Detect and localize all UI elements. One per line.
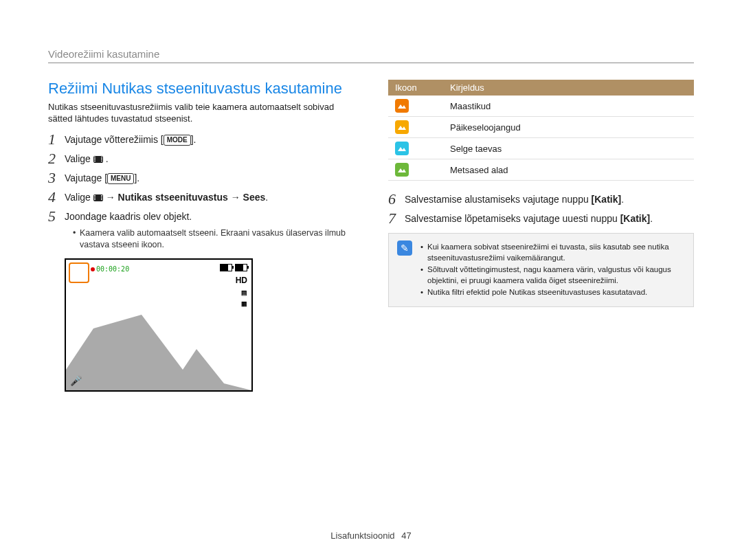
scene-label: Päikeseloojangud	[443, 117, 694, 138]
scene-label: Selge taevas	[443, 138, 694, 159]
step-body: Vajutage [MENU].	[65, 170, 139, 185]
step: 1Vajutage võtterežiimis [MODE].	[48, 132, 354, 147]
hd-label: HD	[236, 276, 247, 285]
step: 4Valige → Nutikas stseenituvastus → Sees…	[48, 190, 354, 205]
breadcrumb: Videorežiimi kasutamine	[48, 48, 694, 63]
step-number: 7	[388, 211, 405, 226]
step: 7Salvestamise lõpetamiseks vajutage uues…	[388, 211, 694, 226]
note-box: ✎ Kui kaamera sobivat stseenirežiimi ei …	[388, 233, 694, 307]
step-body: Valige .	[65, 151, 109, 166]
step-number: 4	[48, 190, 65, 205]
intro-text: Nutikas stseenituvastusrežiimis valib te…	[48, 102, 354, 125]
step: 2Valige .	[48, 151, 354, 166]
th-desc: Kirjeldus	[443, 80, 694, 96]
scene-label: Maastikud	[443, 96, 694, 117]
note-icon: ✎	[397, 240, 412, 256]
scene-icon	[395, 99, 409, 113]
step-bold: [Katik]	[592, 194, 622, 205]
step-number: 2	[48, 151, 65, 166]
step-bold: → Nutikas stseenituvastus → Sees	[103, 192, 266, 203]
scene-icon	[395, 120, 409, 134]
scene-label: Metsased alad	[443, 159, 694, 181]
table-row: Päikeseloojangud	[388, 117, 694, 138]
step: 3Vajutage [MENU].	[48, 170, 354, 186]
table-row: Metsased alad	[388, 159, 694, 181]
scene-icon	[395, 142, 409, 155]
step-number: 3	[48, 170, 65, 186]
step-number: 6	[388, 192, 405, 207]
menu-button-label: MENU	[107, 173, 134, 184]
step-body: Vajutage võtterežiimis [MODE].	[65, 132, 196, 146]
scene-table: Ikoon Kirjeldus MaastikudPäikeseloojangu…	[388, 80, 694, 181]
note-item: Sõltuvalt võttetingimustest, nagu kaamer…	[420, 265, 685, 286]
record-timer: 00:00:20	[91, 265, 129, 273]
step-number: 1	[48, 132, 65, 147]
record-dot-icon	[91, 267, 95, 271]
th-icon: Ikoon	[388, 80, 443, 96]
mic-icon: 🎤	[70, 375, 82, 386]
step-body: Salvestamise alustamiseks vajutage nuppu…	[405, 192, 624, 206]
page-footer: Lisafunktsioonid 47	[0, 530, 742, 541]
step-body: Valige → Nutikas stseenituvastus → Sees.	[65, 190, 268, 204]
step-sub: Kaamera valib automaatselt stseeni. Ekra…	[73, 227, 354, 251]
scene-detect-icon	[69, 262, 89, 283]
step-bold: [Katik]	[620, 213, 651, 224]
table-row: Selge taevas	[388, 138, 694, 159]
note-item: Kui kaamera sobivat stseenirežiimi ei tu…	[420, 242, 685, 263]
note-item: Nutika filtri efektid pole Nutikas stsee…	[420, 287, 685, 298]
footer-page: 47	[401, 530, 411, 541]
section-title: Režiimi Nutikas stseenituvastus kasutami…	[48, 80, 354, 98]
camera-preview: 00:00:20 HD ▤ ▦ 🎤	[65, 258, 253, 392]
preview-image	[66, 308, 251, 390]
table-row: Maastikud	[388, 96, 694, 117]
steps-right: 6Salvestamise alustamiseks vajutage nupp…	[388, 192, 694, 226]
mode-button-label: MODE	[164, 135, 191, 146]
grid-icon: ▦	[241, 300, 247, 307]
battery-icon	[220, 264, 232, 271]
step: 5Joondage kaadris olev objekt.Kaamera va…	[48, 209, 354, 252]
step: 6Salvestamise alustamiseks vajutage nupp…	[388, 192, 694, 207]
step-number: 5	[48, 209, 65, 224]
right-column: Ikoon Kirjeldus MaastikudPäikeseloojangu…	[388, 80, 694, 392]
step-body: Joondage kaadris olev objekt.Kaamera val…	[65, 209, 354, 252]
film-mode-icon	[93, 156, 103, 163]
left-column: Režiimi Nutikas stseenituvastus kasutami…	[48, 80, 354, 392]
step-body: Salvestamise lõpetamiseks vajutage uuest…	[405, 211, 653, 225]
memory-icon: ▤	[241, 289, 247, 296]
storage-icon	[235, 264, 247, 271]
footer-label: Lisafunktsioonid	[330, 530, 394, 541]
film-mode-icon	[93, 194, 103, 201]
scene-icon	[395, 163, 409, 177]
steps-left: 1Vajutage võtterežiimis [MODE].2Valige .…	[48, 132, 354, 252]
